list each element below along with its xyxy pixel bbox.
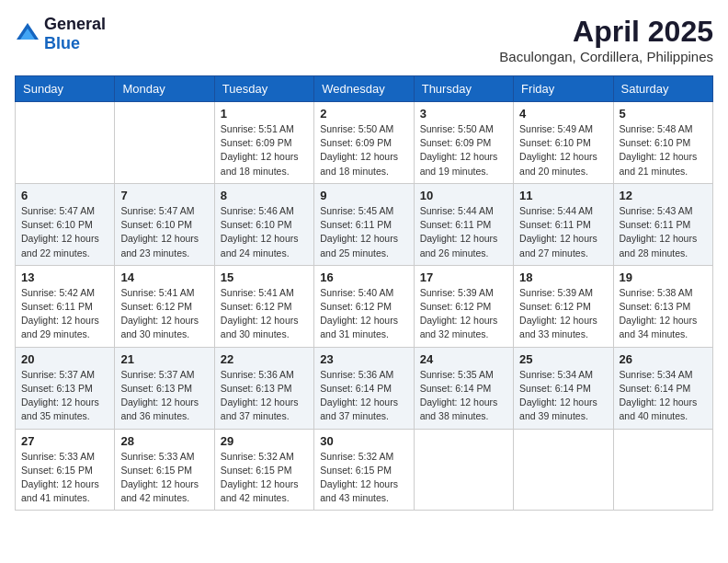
- calendar-cell: 11Sunrise: 5:44 AM Sunset: 6:11 PM Dayli…: [514, 183, 613, 265]
- day-number: 17: [420, 270, 507, 284]
- calendar-cell: [613, 429, 712, 511]
- calendar-cell: 9Sunrise: 5:45 AM Sunset: 6:11 PM Daylig…: [314, 183, 414, 265]
- day-number: 12: [620, 189, 707, 202]
- weekday-header: Wednesday: [314, 76, 414, 102]
- day-number: 30: [320, 434, 407, 448]
- cell-content: Sunrise: 5:45 AM Sunset: 6:11 PM Dayligh…: [320, 204, 407, 260]
- day-number: 2: [320, 107, 407, 121]
- day-number: 20: [21, 352, 108, 366]
- weekday-header: Sunday: [16, 76, 115, 102]
- cell-content: Sunrise: 5:36 AM Sunset: 6:14 PM Dayligh…: [320, 368, 407, 424]
- calendar-cell: 2Sunrise: 5:50 AM Sunset: 6:09 PM Daylig…: [314, 102, 414, 184]
- day-number: 19: [620, 270, 707, 284]
- calendar-cell: 21Sunrise: 5:37 AM Sunset: 6:13 PM Dayli…: [115, 347, 214, 429]
- day-number: 13: [21, 270, 108, 284]
- cell-content: Sunrise: 5:35 AM Sunset: 6:14 PM Dayligh…: [420, 368, 507, 424]
- calendar-cell: 23Sunrise: 5:36 AM Sunset: 6:14 PM Dayli…: [314, 347, 414, 429]
- calendar-cell: 13Sunrise: 5:42 AM Sunset: 6:11 PM Dayli…: [16, 265, 115, 347]
- calendar-cell: 5Sunrise: 5:48 AM Sunset: 6:10 PM Daylig…: [613, 102, 712, 184]
- day-number: 3: [420, 107, 507, 121]
- cell-content: Sunrise: 5:48 AM Sunset: 6:10 PM Dayligh…: [620, 122, 707, 178]
- calendar-week-row: 6Sunrise: 5:47 AM Sunset: 6:10 PM Daylig…: [16, 183, 713, 265]
- day-number: 7: [120, 189, 208, 202]
- calendar-cell: 19Sunrise: 5:38 AM Sunset: 6:13 PM Dayli…: [613, 265, 712, 347]
- calendar-cell: 22Sunrise: 5:36 AM Sunset: 6:13 PM Dayli…: [214, 347, 313, 429]
- calendar-cell: 10Sunrise: 5:44 AM Sunset: 6:11 PM Dayli…: [414, 183, 513, 265]
- day-number: 4: [519, 107, 607, 121]
- cell-content: Sunrise: 5:33 AM Sunset: 6:15 PM Dayligh…: [21, 450, 108, 506]
- day-number: 10: [420, 189, 507, 202]
- calendar-cell: 15Sunrise: 5:41 AM Sunset: 6:12 PM Dayli…: [214, 265, 313, 347]
- cell-content: Sunrise: 5:43 AM Sunset: 6:11 PM Dayligh…: [620, 204, 707, 260]
- cell-content: Sunrise: 5:34 AM Sunset: 6:14 PM Dayligh…: [620, 368, 707, 424]
- day-number: 24: [420, 352, 507, 366]
- day-number: 26: [620, 352, 707, 366]
- day-number: 16: [320, 270, 407, 284]
- day-number: 11: [519, 189, 607, 202]
- logo-icon: [15, 21, 40, 47]
- cell-content: Sunrise: 5:33 AM Sunset: 6:15 PM Dayligh…: [120, 450, 208, 506]
- logo: General Blue: [15, 15, 106, 53]
- day-number: 14: [120, 270, 208, 284]
- cell-content: Sunrise: 5:51 AM Sunset: 6:09 PM Dayligh…: [221, 122, 308, 178]
- cell-content: Sunrise: 5:50 AM Sunset: 6:09 PM Dayligh…: [320, 122, 407, 178]
- cell-content: Sunrise: 5:41 AM Sunset: 6:12 PM Dayligh…: [221, 286, 308, 342]
- cell-content: Sunrise: 5:36 AM Sunset: 6:13 PM Dayligh…: [221, 368, 308, 424]
- day-number: 27: [21, 434, 108, 448]
- weekday-header: Thursday: [414, 76, 513, 102]
- calendar-cell: 12Sunrise: 5:43 AM Sunset: 6:11 PM Dayli…: [613, 183, 712, 265]
- calendar-cell: 25Sunrise: 5:34 AM Sunset: 6:14 PM Dayli…: [514, 347, 613, 429]
- calendar-cell: 16Sunrise: 5:40 AM Sunset: 6:12 PM Dayli…: [314, 265, 414, 347]
- calendar-week-row: 1Sunrise: 5:51 AM Sunset: 6:09 PM Daylig…: [16, 102, 713, 184]
- day-number: 5: [620, 107, 707, 121]
- calendar-cell: 8Sunrise: 5:46 AM Sunset: 6:10 PM Daylig…: [214, 183, 313, 265]
- day-number: 28: [120, 434, 208, 448]
- calendar-cell: 7Sunrise: 5:47 AM Sunset: 6:10 PM Daylig…: [115, 183, 214, 265]
- logo-text: General Blue: [44, 15, 106, 53]
- cell-content: Sunrise: 5:38 AM Sunset: 6:13 PM Dayligh…: [620, 286, 707, 342]
- calendar-cell: 20Sunrise: 5:37 AM Sunset: 6:13 PM Dayli…: [16, 347, 115, 429]
- calendar-cell: 6Sunrise: 5:47 AM Sunset: 6:10 PM Daylig…: [16, 183, 115, 265]
- calendar-week-row: 20Sunrise: 5:37 AM Sunset: 6:13 PM Dayli…: [16, 347, 713, 429]
- calendar-cell: 17Sunrise: 5:39 AM Sunset: 6:12 PM Dayli…: [414, 265, 513, 347]
- day-number: 29: [221, 434, 308, 448]
- cell-content: Sunrise: 5:44 AM Sunset: 6:11 PM Dayligh…: [519, 204, 607, 260]
- main-title: April 2025: [499, 15, 713, 49]
- cell-content: Sunrise: 5:37 AM Sunset: 6:13 PM Dayligh…: [120, 368, 208, 424]
- weekday-header: Monday: [115, 76, 214, 102]
- day-number: 1: [221, 107, 308, 121]
- calendar-header: SundayMondayTuesdayWednesdayThursdayFrid…: [16, 76, 713, 102]
- calendar-cell: [414, 429, 513, 511]
- cell-content: Sunrise: 5:46 AM Sunset: 6:10 PM Dayligh…: [221, 204, 308, 260]
- cell-content: Sunrise: 5:39 AM Sunset: 6:12 PM Dayligh…: [519, 286, 607, 342]
- day-number: 25: [519, 352, 607, 366]
- day-number: 21: [120, 352, 208, 366]
- day-number: 18: [519, 270, 607, 284]
- logo-general: General: [44, 15, 106, 33]
- calendar: SundayMondayTuesdayWednesdayThursdayFrid…: [15, 75, 713, 511]
- day-number: 9: [320, 189, 407, 202]
- calendar-week-row: 13Sunrise: 5:42 AM Sunset: 6:11 PM Dayli…: [16, 265, 713, 347]
- calendar-cell: [514, 429, 613, 511]
- calendar-body: 1Sunrise: 5:51 AM Sunset: 6:09 PM Daylig…: [16, 102, 713, 511]
- day-number: 23: [320, 352, 407, 366]
- weekday-row: SundayMondayTuesdayWednesdayThursdayFrid…: [16, 76, 713, 102]
- calendar-cell: 18Sunrise: 5:39 AM Sunset: 6:12 PM Dayli…: [514, 265, 613, 347]
- cell-content: Sunrise: 5:39 AM Sunset: 6:12 PM Dayligh…: [420, 286, 507, 342]
- cell-content: Sunrise: 5:49 AM Sunset: 6:10 PM Dayligh…: [519, 122, 607, 178]
- day-number: 15: [221, 270, 308, 284]
- weekday-header: Friday: [514, 76, 613, 102]
- calendar-cell: 27Sunrise: 5:33 AM Sunset: 6:15 PM Dayli…: [16, 429, 115, 511]
- day-number: 6: [21, 189, 108, 202]
- cell-content: Sunrise: 5:40 AM Sunset: 6:12 PM Dayligh…: [320, 286, 407, 342]
- calendar-cell: 29Sunrise: 5:32 AM Sunset: 6:15 PM Dayli…: [214, 429, 313, 511]
- cell-content: Sunrise: 5:34 AM Sunset: 6:14 PM Dayligh…: [519, 368, 607, 424]
- cell-content: Sunrise: 5:50 AM Sunset: 6:09 PM Dayligh…: [420, 122, 507, 178]
- weekday-header: Saturday: [613, 76, 712, 102]
- subtitle: Baculongan, Cordillera, Philippines: [499, 49, 713, 64]
- calendar-cell: [115, 102, 214, 184]
- cell-content: Sunrise: 5:47 AM Sunset: 6:10 PM Dayligh…: [21, 204, 108, 260]
- calendar-week-row: 27Sunrise: 5:33 AM Sunset: 6:15 PM Dayli…: [16, 429, 713, 511]
- cell-content: Sunrise: 5:47 AM Sunset: 6:10 PM Dayligh…: [120, 204, 208, 260]
- calendar-cell: 14Sunrise: 5:41 AM Sunset: 6:12 PM Dayli…: [115, 265, 214, 347]
